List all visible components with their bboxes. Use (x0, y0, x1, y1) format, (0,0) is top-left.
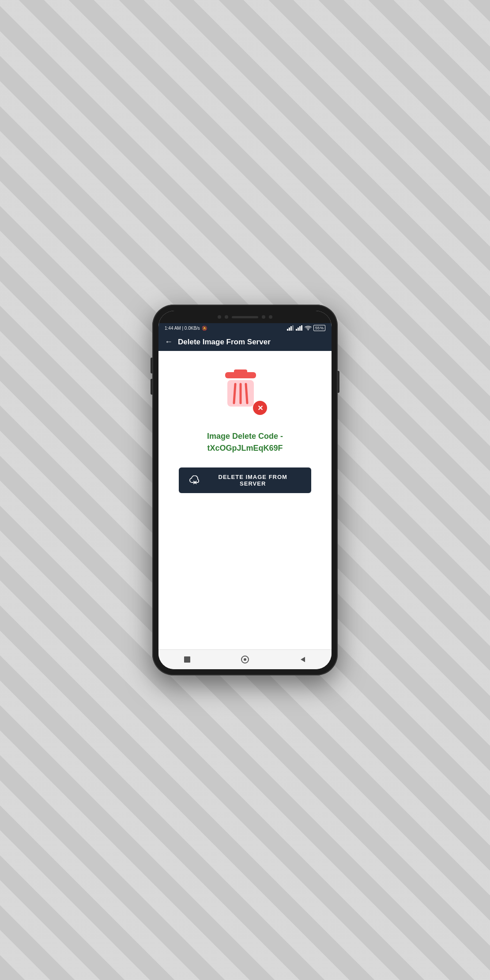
phone-screen: 1:44 AM | 0.0KB/s 🔕 (158, 311, 332, 669)
svg-marker-18 (301, 657, 305, 662)
square-icon (183, 656, 191, 663)
svg-rect-15 (184, 656, 190, 663)
app-bar: ← Delete Image From Server (158, 333, 332, 351)
svg-rect-0 (287, 329, 288, 331)
triangle-icon (299, 656, 307, 663)
trash-icon-wrapper: ✕ (221, 369, 269, 417)
cloud-delete-icon (189, 475, 200, 485)
svg-rect-6 (299, 326, 301, 331)
svg-point-17 (244, 658, 246, 661)
delete-code-line1: Image Delete Code - (207, 430, 283, 442)
svg-rect-7 (301, 325, 302, 331)
svg-rect-10 (234, 369, 247, 374)
power-button[interactable] (338, 371, 339, 393)
svg-rect-1 (289, 328, 290, 331)
battery-indicator: 55 % (313, 325, 325, 331)
content-area: ✕ Image Delete Code - tXcOGpJLmEqK69F DE… (158, 351, 332, 649)
circle-icon (241, 655, 249, 664)
status-bar: 1:44 AM | 0.0KB/s 🔕 (158, 323, 332, 333)
phone-device: 1:44 AM | 0.0KB/s 🔕 (152, 305, 338, 675)
delete-button-label: DELETE IMAGE FROM SERVER (205, 474, 301, 487)
status-time: 1:44 AM | 0.0KB/s (165, 326, 200, 331)
camera-dot-center (225, 315, 228, 319)
svg-point-8 (308, 329, 309, 330)
camera-dot-far-right (269, 315, 272, 319)
nav-back-button[interactable] (298, 654, 308, 665)
camera-dot-left (218, 315, 221, 319)
volume-up-button[interactable] (151, 358, 152, 373)
status-right: 55 % (287, 325, 325, 331)
signal-icon-2 (296, 325, 303, 331)
status-left: 1:44 AM | 0.0KB/s 🔕 (165, 326, 207, 331)
nav-square-button[interactable] (182, 654, 192, 665)
signal-icon (287, 325, 294, 331)
delete-code-text: Image Delete Code - tXcOGpJLmEqK69F (207, 430, 283, 454)
back-button[interactable]: ← (165, 337, 173, 347)
wifi-icon (305, 325, 312, 331)
svg-rect-3 (292, 325, 294, 331)
delete-image-button[interactable]: DELETE IMAGE FROM SERVER (179, 467, 311, 493)
x-badge: ✕ (253, 401, 267, 415)
app-bar-title: Delete Image From Server (178, 338, 271, 347)
nav-home-button[interactable] (240, 654, 250, 665)
camera-bar (158, 311, 332, 323)
svg-rect-5 (298, 328, 299, 331)
svg-rect-2 (290, 326, 292, 331)
camera-dot-right (262, 315, 265, 319)
delete-code-line2: tXcOGpJLmEqK69F (207, 442, 283, 454)
bottom-navigation (158, 649, 332, 669)
speaker-bar (232, 316, 258, 318)
mute-icon: 🔕 (202, 326, 207, 331)
svg-line-14 (246, 384, 247, 403)
volume-down-button[interactable] (151, 379, 152, 395)
svg-line-12 (234, 384, 235, 403)
svg-rect-4 (296, 329, 297, 331)
